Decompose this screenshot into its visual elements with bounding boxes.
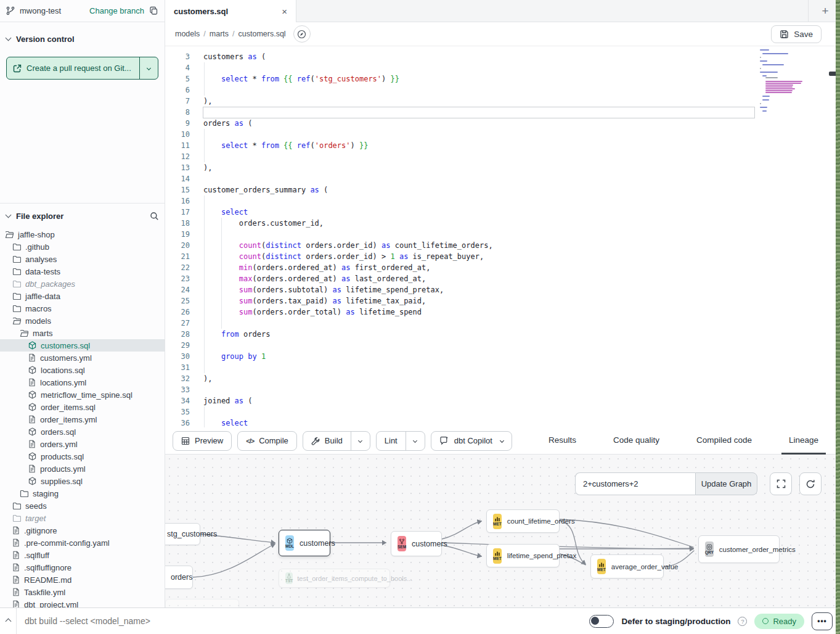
code-line-16[interactable] [165, 196, 781, 207]
search-icon[interactable] [150, 212, 159, 221]
tab-code-quality[interactable]: Code quality [606, 427, 667, 455]
version-control-header[interactable]: Version control [0, 30, 165, 48]
tree-item-models[interactable]: models [0, 315, 165, 327]
dbt-command-input[interactable] [17, 616, 362, 626]
code-line-27[interactable] [165, 318, 781, 329]
tree-item-staging[interactable]: staging [0, 487, 165, 500]
tree-item-order-items-yml[interactable]: order_items.yml [0, 413, 165, 426]
update-graph-button[interactable]: Update Graph [695, 472, 757, 495]
refresh-icon[interactable] [799, 472, 822, 495]
tree-item--github[interactable]: .github [0, 241, 165, 253]
tree-item--sqlfluffignore[interactable]: .sqlfluffignore [0, 561, 165, 574]
code-line-33[interactable] [165, 384, 781, 395]
collapse-panel-icon[interactable] [0, 619, 16, 624]
breadcrumb-file[interactable]: customers.sql [239, 30, 286, 38]
minimap[interactable] [760, 49, 825, 112]
code-line-8[interactable] [165, 107, 781, 118]
tree-item-jaffle-data[interactable]: jaffle-data [0, 290, 165, 302]
code-line-14[interactable] [165, 173, 781, 184]
code-line-21[interactable]: count(distinct orders.order_id) > 1 as i… [165, 251, 781, 262]
tree-item-macros[interactable]: macros [0, 302, 165, 315]
breadcrumb-marts[interactable]: marts [210, 30, 229, 38]
file-explorer-header[interactable]: File explorer [0, 207, 165, 225]
create-pull-request-button[interactable]: Create a pull request on Git... [6, 57, 158, 80]
save-button[interactable]: Save [771, 25, 822, 43]
tree-item-data-tests[interactable]: data-tests [0, 265, 165, 278]
lineage-node-customers-model[interactable]: MDL customers [279, 530, 330, 556]
tree-item-order-items-sql[interactable]: order_items.sql [0, 401, 165, 413]
change-branch-link[interactable]: Change branch [89, 6, 144, 15]
code-line-13[interactable]: ), [165, 162, 781, 173]
tree-item-products-yml[interactable]: products.yml [0, 463, 165, 475]
tab-compiled-code[interactable]: Compiled code [689, 427, 759, 455]
code-line-17[interactable]: select [165, 207, 781, 218]
code-line-35[interactable] [165, 406, 781, 418]
lineage-canvas[interactable]: Update Graph stg_customers orders MDL [165, 455, 840, 607]
code-editor[interactable]: 3456789101112131415161718192021222324252… [165, 46, 840, 427]
lineage-selector-input[interactable] [575, 472, 695, 495]
lint-dropdown[interactable] [406, 432, 425, 450]
fullscreen-icon[interactable] [770, 472, 792, 495]
tab-lineage[interactable]: Lineage [781, 427, 826, 455]
defer-toggle[interactable] [589, 615, 614, 628]
code-line-36[interactable]: select [165, 418, 781, 427]
code-line-32[interactable]: ), [165, 373, 781, 384]
tree-item-dbt-project-yml[interactable]: dbt_project.yml [0, 598, 165, 607]
code-line-15[interactable]: customer_orders_summary as ( [165, 184, 781, 196]
code-line-30[interactable]: group by 1 [165, 351, 781, 362]
code-line-19[interactable] [165, 229, 781, 240]
tree-item--pre-commit-config-yaml[interactable]: .pre-commit-config.yaml [0, 537, 165, 549]
code-line-28[interactable]: from orders [165, 329, 781, 340]
tree-item-orders-yml[interactable]: orders.yml [0, 438, 165, 450]
code-line-5[interactable]: select * from {{ ref('stg_customers') }} [165, 73, 781, 84]
code-line-7[interactable]: ), [165, 96, 781, 107]
compile-button[interactable]: </> Compile [237, 431, 297, 451]
code-line-9[interactable]: orders as ( [165, 118, 781, 129]
tree-item-analyses[interactable]: analyses [0, 253, 165, 265]
lineage-node-stg-customers[interactable]: stg_customers [165, 523, 200, 545]
code-line-24[interactable]: sum(orders.subtotal) as lifetime_spend_p… [165, 284, 781, 295]
tree-item-seeds[interactable]: seeds [0, 500, 165, 512]
code-line-11[interactable]: select * from {{ ref('orders') }} [165, 140, 781, 151]
lineage-node-test[interactable]: TST test_order_items_compute_to_bools... [279, 569, 390, 588]
pr-button-dropdown[interactable] [140, 57, 158, 79]
code-line-3[interactable]: customers as ( [165, 51, 781, 62]
code-line-18[interactable]: orders.customer_id, [165, 218, 781, 229]
help-icon[interactable]: ? [738, 617, 747, 626]
tree-item-dbt-packages[interactable]: dbt_packages [0, 278, 165, 290]
lint-button[interactable]: Lint [377, 432, 406, 450]
dbt-copilot-button[interactable]: dbt Copilot [431, 431, 512, 451]
tree-item-customers-sql[interactable]: customers.sql [0, 339, 165, 352]
tab-results[interactable]: Results [541, 427, 584, 455]
code-line-23[interactable]: max(orders.ordered_at) as last_ordered_a… [165, 273, 781, 284]
tree-item-metricflow-time-spine-sql[interactable]: metricflow_time_spine.sql [0, 389, 165, 401]
tree-item-marts[interactable]: marts [0, 327, 165, 339]
lineage-node-lifetime-spend-pretax[interactable]: MET lifetime_spend_pretax [486, 544, 560, 567]
lineage-node-count-lifetime-orders[interactable]: MET count_lifetime_orders [486, 509, 560, 533]
new-tab-button[interactable]: + [815, 2, 836, 20]
lineage-node-customer-order-metrics[interactable]: QRY customer_order_metrics [698, 535, 780, 563]
code-line-29[interactable] [165, 340, 781, 351]
lineage-node-orders[interactable]: orders [165, 566, 193, 589]
code-line-10[interactable] [165, 129, 781, 140]
tree-item-customers-yml[interactable]: customers.yml [0, 352, 165, 364]
tree-item-locations-yml[interactable]: locations.yml [0, 376, 165, 389]
code-line-22[interactable]: min(orders.ordered_at) as first_ordered_… [165, 262, 781, 273]
navigate-icon[interactable] [293, 25, 311, 43]
tree-item--sqlfluff[interactable]: .sqlfluff [0, 549, 165, 561]
code-line-25[interactable]: sum(orders.tax_paid) as lifetime_tax_pai… [165, 295, 781, 307]
tree-item-target[interactable]: target [0, 512, 165, 524]
tree-item-jaffle-shop[interactable]: jaffle-shop [0, 228, 165, 241]
lineage-node-customers-semantic[interactable]: SEM customers [391, 531, 442, 556]
lineage-node-cut[interactable] [165, 599, 239, 607]
code-line-4[interactable] [165, 62, 781, 73]
code-line-20[interactable]: count(distinct orders.order_id) as count… [165, 240, 781, 251]
code-line-34[interactable]: joined as ( [165, 395, 781, 406]
build-dropdown[interactable] [351, 432, 370, 450]
code-line-6[interactable] [165, 84, 781, 96]
breadcrumb-models[interactable]: models [175, 30, 200, 38]
tree-item--gitignore[interactable]: .gitignore [0, 524, 165, 537]
build-button[interactable]: Build [303, 432, 351, 450]
tree-item-products-sql[interactable]: products.sql [0, 450, 165, 463]
code-line-31[interactable] [165, 362, 781, 373]
